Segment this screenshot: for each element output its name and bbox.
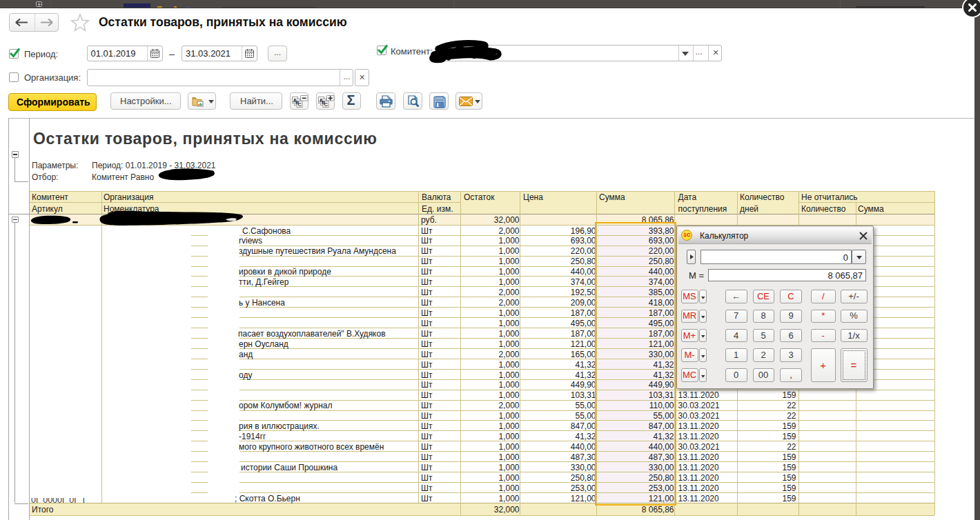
svg-text:C: C — [297, 101, 302, 108]
svg-text:C: C — [324, 101, 328, 108]
